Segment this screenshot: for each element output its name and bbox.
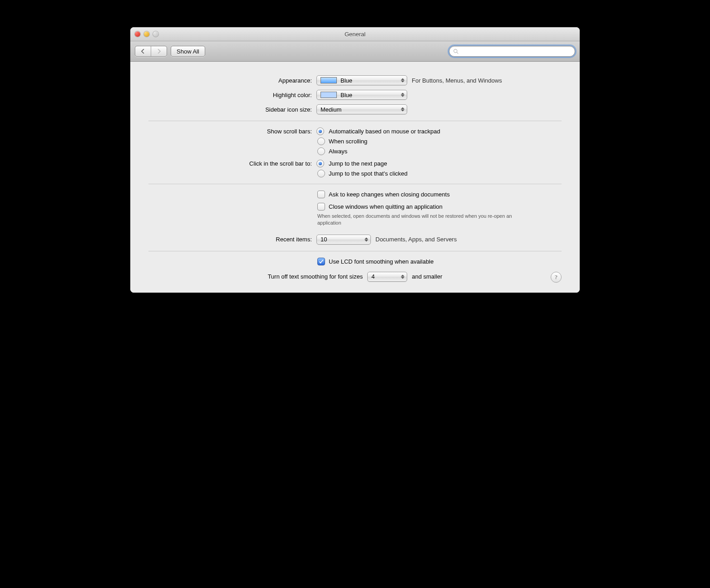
scrollbars-option-row-1[interactable]: When scrolling bbox=[317, 137, 562, 145]
forward-button[interactable] bbox=[151, 46, 167, 56]
minimize-icon[interactable] bbox=[144, 31, 149, 37]
scrollbars-option-1: When scrolling bbox=[329, 138, 367, 145]
titlebar: General bbox=[130, 27, 580, 41]
scrollbars-label: Show scroll bars: bbox=[148, 128, 316, 135]
appearance-label: Appearance: bbox=[148, 77, 316, 84]
scrollbars-radio-scrolling[interactable] bbox=[317, 137, 325, 145]
smoothing-cutoff-prefix: Turn off text smoothing for font sizes bbox=[268, 273, 363, 280]
appearance-value: Blue bbox=[340, 77, 352, 84]
updown-icon bbox=[401, 108, 404, 112]
scrollbars-radio-always[interactable] bbox=[317, 147, 325, 155]
recent-items-label: Recent items: bbox=[148, 236, 316, 243]
scrollclick-label: Click in the scroll bar to: bbox=[148, 160, 316, 167]
scrollclick-option-row-1[interactable]: Jump to the spot that's clicked bbox=[317, 170, 562, 177]
updown-icon bbox=[401, 274, 404, 279]
close-windows-quit-row[interactable]: Close windows when quitting an applicati… bbox=[317, 203, 562, 211]
window-title: General bbox=[130, 31, 580, 38]
lcd-smoothing-label: Use LCD font smoothing when available bbox=[329, 258, 434, 265]
lcd-smoothing-checkbox[interactable] bbox=[317, 258, 325, 265]
content-pane: Appearance: Blue For Buttons, Menus, and… bbox=[130, 62, 580, 293]
scrollbars-radio-auto[interactable] bbox=[316, 127, 324, 135]
sidebar-icon-label: Sidebar icon size: bbox=[148, 106, 316, 113]
chevron-right-icon bbox=[157, 49, 161, 54]
highlight-label: Highlight color: bbox=[148, 92, 316, 98]
updown-icon bbox=[401, 78, 404, 83]
close-windows-quit-sub: When selected, open documents and window… bbox=[317, 213, 535, 226]
scrollclick-radio-spot[interactable] bbox=[317, 170, 325, 177]
scrollclick-option-0[interactable]: Jump to the next page bbox=[329, 160, 387, 167]
scrollclick-radio-next[interactable] bbox=[316, 160, 324, 167]
smoothing-cutoff-suffix: and smaller bbox=[412, 273, 442, 280]
smoothing-cutoff-popup[interactable]: 4 bbox=[367, 272, 407, 282]
recent-items-suffix: Documents, Apps, and Servers bbox=[375, 236, 457, 243]
zoom-icon[interactable] bbox=[153, 31, 158, 37]
updown-icon bbox=[401, 93, 404, 97]
highlight-value: Blue bbox=[340, 92, 352, 98]
divider bbox=[148, 184, 562, 184]
sidebar-icon-value: Medium bbox=[320, 106, 341, 113]
sidebar-icon-popup[interactable]: Medium bbox=[316, 104, 407, 114]
scrollclick-option-1: Jump to the spot that's clicked bbox=[329, 170, 408, 177]
appearance-swatch bbox=[320, 77, 337, 83]
search-icon bbox=[453, 49, 459, 54]
search-input[interactable] bbox=[462, 48, 571, 54]
search-field[interactable] bbox=[449, 46, 575, 57]
back-button[interactable] bbox=[135, 46, 151, 56]
recent-items-popup[interactable]: 10 bbox=[316, 235, 371, 245]
checkmark-icon bbox=[319, 259, 324, 264]
svg-line-1 bbox=[457, 52, 458, 54]
chevron-left-icon bbox=[141, 49, 145, 54]
ask-keep-changes-checkbox[interactable] bbox=[317, 191, 325, 198]
scrollbars-option-2: Always bbox=[329, 148, 347, 155]
appearance-popup[interactable]: Blue bbox=[316, 75, 407, 85]
highlight-swatch bbox=[320, 92, 337, 98]
updown-icon bbox=[365, 237, 368, 241]
divider bbox=[148, 121, 562, 121]
divider bbox=[148, 251, 562, 251]
toolbar: Show All bbox=[130, 41, 580, 62]
ask-keep-changes-row[interactable]: Ask to keep changes when closing documen… bbox=[317, 191, 562, 198]
lcd-smoothing-row[interactable]: Use LCD font smoothing when available bbox=[317, 258, 562, 265]
show-all-button[interactable]: Show All bbox=[171, 46, 205, 57]
highlight-popup[interactable]: Blue bbox=[316, 90, 407, 100]
smoothing-cutoff-value: 4 bbox=[371, 273, 375, 280]
scrollbars-option-0[interactable]: Automatically based on mouse or trackpad bbox=[329, 128, 440, 135]
close-windows-quit-checkbox[interactable] bbox=[317, 203, 325, 211]
ask-keep-changes-label: Ask to keep changes when closing documen… bbox=[329, 191, 450, 198]
close-windows-quit-label: Close windows when quitting an applicati… bbox=[329, 203, 443, 210]
appearance-hint: For Buttons, Menus, and Windows bbox=[412, 77, 502, 84]
traffic-lights bbox=[135, 31, 158, 37]
close-icon[interactable] bbox=[135, 31, 140, 37]
recent-items-value: 10 bbox=[320, 236, 327, 243]
preferences-window: General Show All bbox=[130, 27, 580, 293]
help-button[interactable]: ? bbox=[551, 272, 562, 283]
scrollbars-option-row-2[interactable]: Always bbox=[317, 147, 562, 155]
svg-point-0 bbox=[454, 49, 457, 52]
nav-segment bbox=[135, 46, 167, 57]
